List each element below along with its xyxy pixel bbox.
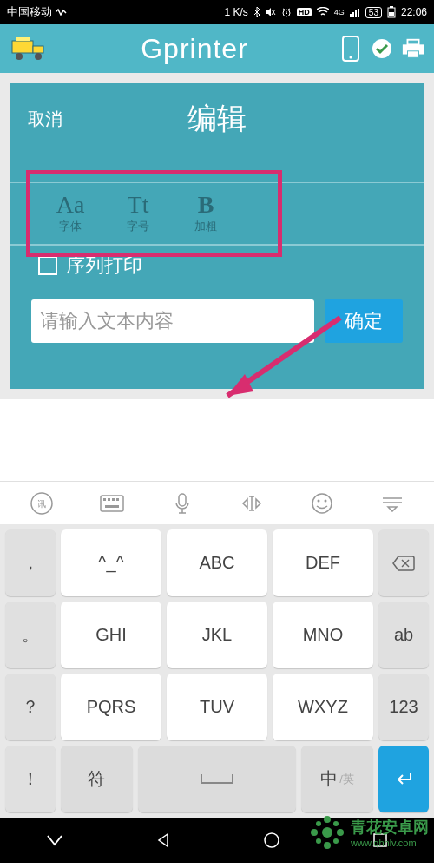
svg-point-13 <box>35 53 42 60</box>
nav-home[interactable] <box>254 823 289 858</box>
key-enter[interactable] <box>378 746 429 812</box>
bold-button[interactable]: B 加粗 <box>172 183 240 244</box>
svg-point-44 <box>324 816 331 823</box>
mute-icon <box>266 7 276 17</box>
key-mno[interactable]: MNO <box>273 602 373 668</box>
watermark: 青花安卓网 www.qhhlv.com <box>309 814 429 851</box>
printer-icon[interactable] <box>401 36 425 61</box>
header-actions <box>339 36 425 61</box>
carrier-label: 中国移动 <box>7 4 52 20</box>
wifi-icon <box>317 7 329 17</box>
watermark-logo-icon <box>309 814 345 851</box>
key-symbols[interactable]: 符 <box>61 746 133 812</box>
format-toolbar: Aa 字体 Tt 字号 B 加粗 <box>10 182 424 245</box>
keyboard-row-4: ！ 符 中/英 <box>5 746 429 812</box>
alarm-icon <box>281 7 292 17</box>
svg-rect-14 <box>16 37 30 41</box>
collapse-keyboard-icon[interactable] <box>375 486 410 521</box>
svg-point-33 <box>312 494 332 513</box>
svg-rect-10 <box>12 41 33 53</box>
content-input[interactable] <box>31 299 314 343</box>
ime-logo-icon[interactable]: 讯 <box>24 486 59 521</box>
format-section: Aa 字体 Tt 字号 B 加粗 <box>10 182 424 246</box>
svg-point-46 <box>311 829 318 836</box>
svg-point-43 <box>322 827 332 838</box>
edit-dialog: 取消 编辑 Aa 字体 Tt 字号 B 加粗 <box>10 83 424 389</box>
key-jkl[interactable]: JKL <box>167 602 267 668</box>
signal-icon <box>350 7 360 17</box>
key-emoticon[interactable]: ^_^ <box>61 529 161 596</box>
key-ab-mode[interactable]: ab <box>378 602 429 668</box>
backspace-icon <box>391 555 416 572</box>
key-abc[interactable]: ABC <box>167 529 267 596</box>
space-icon <box>200 773 234 786</box>
key-backspace[interactable] <box>378 529 429 596</box>
bluetooth-icon <box>253 6 260 18</box>
voice-input-icon[interactable] <box>165 486 200 521</box>
keyboard: ， ^_^ ABC DEF 。 GHI JKL MNO ab ？ PQRS TU… <box>0 524 434 818</box>
bold-label: 加粗 <box>194 219 217 234</box>
watermark-name: 青花安卓网 <box>351 817 429 838</box>
svg-point-34 <box>317 499 319 502</box>
clock: 22:06 <box>401 6 427 18</box>
key-ghi[interactable]: GHI <box>61 602 161 668</box>
status-right: 1 K/s HD 4G 53 22:06 <box>68 6 427 18</box>
key-period[interactable]: 。 <box>5 602 56 668</box>
app-title: Gprinter <box>57 33 332 65</box>
svg-rect-3 <box>350 14 352 17</box>
sequence-checkbox[interactable] <box>38 256 57 275</box>
key-language[interactable]: 中/英 <box>301 746 373 812</box>
sequence-row[interactable]: 序列打印 <box>10 246 424 286</box>
key-tuv[interactable]: TUV <box>167 674 267 740</box>
svg-point-16 <box>350 56 352 59</box>
svg-point-51 <box>333 838 339 844</box>
svg-point-41 <box>265 833 279 847</box>
svg-rect-27 <box>108 498 110 501</box>
keyboard-switch-icon[interactable] <box>95 486 129 521</box>
cursor-mode-icon[interactable] <box>234 486 269 521</box>
emoji-icon[interactable] <box>305 486 339 521</box>
key-123-mode[interactable]: 123 <box>378 674 429 740</box>
nav-hide-keyboard[interactable] <box>37 823 72 858</box>
svg-rect-20 <box>407 51 418 57</box>
battery-icon <box>387 6 396 18</box>
battery-level: 53 <box>365 7 382 18</box>
confirm-button[interactable]: 确定 <box>325 299 403 343</box>
phone-icon[interactable] <box>339 36 363 61</box>
key-exclaim[interactable]: ！ <box>5 746 56 812</box>
key-question[interactable]: ？ <box>5 674 56 740</box>
sequence-label: 序列打印 <box>66 253 142 279</box>
keyboard-row-3: ？ PQRS TUV WXYZ 123 <box>5 674 429 740</box>
status-check-icon[interactable] <box>370 36 394 61</box>
dialog-backdrop: 取消 编辑 Aa 字体 Tt 字号 B 加粗 <box>0 73 434 399</box>
bold-glyph: B <box>198 193 214 217</box>
key-pqrs[interactable]: PQRS <box>61 674 161 740</box>
key-wxyz[interactable]: WXYZ <box>273 674 373 740</box>
enter-icon <box>393 771 414 788</box>
svg-rect-11 <box>33 46 43 53</box>
signal-activity-icon <box>56 8 68 16</box>
svg-rect-4 <box>352 12 354 17</box>
nav-back[interactable] <box>146 823 181 858</box>
svg-rect-30 <box>105 505 119 508</box>
font-button[interactable]: Aa 字体 <box>36 183 104 244</box>
keyboard-row-1: ， ^_^ ABC DEF <box>5 529 429 596</box>
data-speed: 1 K/s <box>224 6 247 18</box>
svg-rect-25 <box>101 496 123 511</box>
svg-point-35 <box>324 499 326 502</box>
key-space[interactable] <box>138 746 296 812</box>
svg-rect-26 <box>103 498 106 501</box>
ime-toolbar: 讯 <box>0 481 434 524</box>
svg-rect-28 <box>112 498 115 501</box>
svg-point-47 <box>337 829 344 836</box>
svg-rect-31 <box>179 494 186 506</box>
svg-point-12 <box>16 53 23 60</box>
dialog-title: 编辑 <box>28 99 406 139</box>
status-left: 中国移动 <box>7 4 68 20</box>
hd-icon: HD <box>297 8 312 16</box>
key-def[interactable]: DEF <box>273 529 373 596</box>
size-label: 字号 <box>127 219 149 234</box>
lang-sub: /英 <box>339 772 354 787</box>
key-comma[interactable]: ， <box>5 529 56 596</box>
size-button[interactable]: Tt 字号 <box>104 183 172 244</box>
